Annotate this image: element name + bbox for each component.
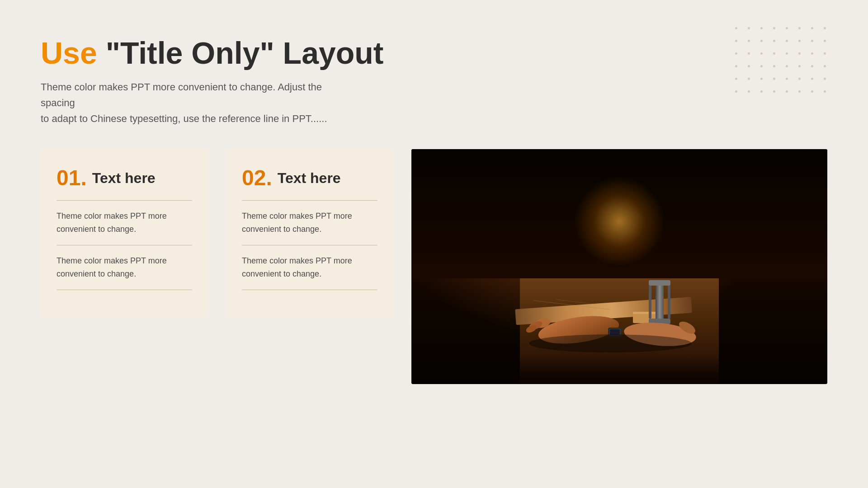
decorative-dot: [748, 78, 750, 80]
decorative-dot: [798, 90, 801, 93]
decorative-dot: [760, 65, 763, 67]
decorative-dot: [811, 27, 813, 29]
decorative-dot: [760, 78, 763, 80]
decorative-dot: [811, 65, 813, 67]
decorative-dot: [748, 52, 750, 55]
decorative-dot: [760, 27, 763, 29]
decorative-dot: [786, 78, 788, 80]
subtitle: Theme color makes PPT more convenient to…: [41, 79, 357, 127]
card-02-title: Text here: [278, 170, 341, 187]
card-02-text-2: Theme color makes PPT more convenient to…: [242, 254, 377, 281]
card-02-text-1: Theme color makes PPT more convenient to…: [242, 210, 377, 236]
decorative-dot: [786, 40, 788, 42]
decorative-dot: [811, 78, 813, 80]
decorative-dot: [773, 27, 775, 29]
subtitle-line2: to adapt to Chinese typesetting, use the…: [41, 113, 327, 124]
decorative-dot: [798, 40, 801, 42]
decorative-dot: [735, 40, 737, 42]
card-01-divider-1: [57, 200, 192, 201]
card-01-divider-2: [57, 245, 192, 245]
card-01-text-1: Theme color makes PPT more convenient to…: [57, 210, 192, 236]
decorative-dot: [735, 52, 737, 55]
decorative-dot: [824, 65, 826, 67]
decorative-dot: [735, 90, 737, 93]
card-02-header: 02. Text here: [242, 167, 377, 189]
svg-point-35: [529, 334, 692, 352]
decorative-dot: [798, 52, 801, 55]
decorative-dot: [748, 27, 750, 29]
subtitle-line1: Theme color makes PPT more convenient to…: [41, 81, 322, 108]
decorative-dot: [811, 90, 813, 93]
decorative-dot: [748, 90, 750, 93]
decorative-dot: [773, 52, 775, 55]
decorative-dot: [760, 52, 763, 55]
content-area: 01. Text here Theme color makes PPT more…: [41, 149, 827, 384]
main-title: Use "Title Only" Layout: [41, 36, 827, 70]
title-highlight: Use: [41, 36, 97, 70]
decorative-dot: [786, 27, 788, 29]
decorative-dot: [773, 40, 775, 42]
card-02-divider-1: [242, 200, 377, 201]
decorative-dot: [760, 90, 763, 93]
card-01-text-2: Theme color makes PPT more convenient to…: [57, 254, 192, 281]
decorative-dot: [760, 40, 763, 42]
decorative-dot: [824, 27, 826, 29]
decorative-dot: [735, 78, 737, 80]
decorative-dot: [748, 40, 750, 42]
decorative-dot: [773, 78, 775, 80]
decorative-dot: [748, 65, 750, 67]
card-01-title: Text here: [92, 170, 156, 187]
card-01-header: 01. Text here: [57, 167, 192, 189]
svg-rect-25: [668, 286, 670, 319]
card-01: 01. Text here Theme color makes PPT more…: [41, 149, 208, 317]
decorative-dot: [824, 90, 826, 93]
bg-shelves: [411, 149, 827, 278]
decorative-dot: [773, 90, 775, 93]
card-01-number: 01.: [57, 167, 87, 189]
svg-rect-36: [520, 357, 719, 384]
decorative-dot: [811, 52, 813, 55]
decorative-dot: [798, 65, 801, 67]
decorative-dot: [735, 65, 737, 67]
decorative-dot: [735, 27, 737, 29]
card-02-divider-3: [242, 290, 377, 290]
svg-rect-34: [610, 329, 620, 335]
decorative-dot: [824, 40, 826, 42]
title-area: Use "Title Only" Layout Theme color make…: [41, 36, 827, 127]
decorative-dot: [773, 65, 775, 67]
decorative-dot: [786, 65, 788, 67]
card-01-divider-3: [57, 290, 192, 290]
title-rest: "Title Only" Layout: [97, 36, 384, 70]
decorative-dot: [786, 52, 788, 55]
decorative-dot: [824, 52, 826, 55]
decorative-dot: [824, 78, 826, 80]
svg-rect-22: [649, 280, 670, 286]
page: (function() { const grid = document.quer…: [0, 0, 868, 488]
workshop-image: [411, 149, 827, 384]
decorative-dot: [811, 40, 813, 42]
decorative-dot: [798, 27, 801, 29]
card-02-number: 02.: [242, 167, 272, 189]
decorative-dot: [798, 78, 801, 80]
card-02: 02. Text here Theme color makes PPT more…: [226, 149, 393, 317]
svg-rect-24: [649, 286, 651, 319]
workshop-background: [411, 149, 827, 384]
dot-grid-decoration: (function() { const grid = document.quer…: [735, 27, 832, 99]
decorative-dot: [786, 90, 788, 93]
card-02-divider-2: [242, 245, 377, 245]
